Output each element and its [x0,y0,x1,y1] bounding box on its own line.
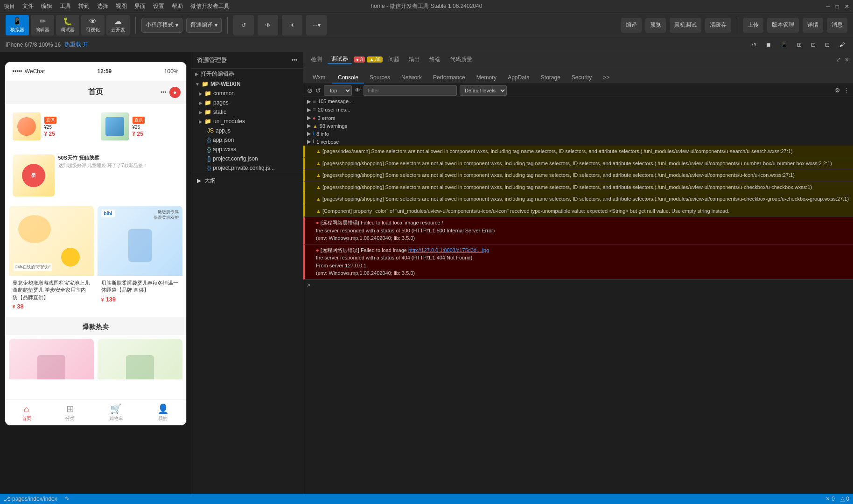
menu-item-devtools[interactable]: 微信开发者工具 [190,2,230,10]
hot-card-2[interactable]: 婴儿有机辅食系列 ¥ 89 [98,339,182,379]
top-product-1[interactable]: 直供 ¥25 ¥ 25 [9,106,94,147]
folder-pages[interactable]: ▶ 📁 pages [191,98,303,107]
eye-console-icon[interactable]: 👁 [355,87,361,94]
folder-uni-modules[interactable]: ▶ 📁 uni_modules [191,117,303,126]
tab-issues[interactable]: 问题 [385,56,403,63]
debugger-btn[interactable]: 🐛 调试器 [56,15,79,35]
screen-btn[interactable]: ⊡ [808,41,818,49]
menu-item-help[interactable]: 帮助 [172,2,183,10]
menu-item-select[interactable]: 选择 [97,2,108,10]
paint-btn[interactable]: 🖌 [836,41,847,49]
folder-static[interactable]: ▶ 📁 static [191,107,303,117]
bottom-nav-cart[interactable]: 🛒 购物车 [109,403,123,422]
close-btn[interactable]: ✕ [845,3,849,10]
editor-btn[interactable]: ✏ 编辑器 [31,15,54,35]
top-product-2[interactable]: 直供 ¥25 ¥ 25 [97,106,182,147]
subtab-network[interactable]: Network [396,72,427,84]
log-levels-select[interactable]: Default levels [460,85,507,96]
hot-card-1[interactable]: 宝宝护肤润肤乳 ¥ 68 [9,339,94,379]
block-icon[interactable]: ⊘ [307,87,313,94]
console-group-warnings[interactable]: ▶ ▲ 93 warnings [303,122,853,130]
console-group-info[interactable]: ▶ ℹ 8 info [303,130,853,138]
stop-btn[interactable]: ⏹ [763,41,774,49]
folder-common[interactable]: ▶ 📁 common [191,89,303,98]
phone-icon-btn[interactable]: 📱 [778,41,790,49]
version-btn[interactable]: 版本管理 [767,18,799,33]
open-editors-item[interactable]: ▶ 打开的编辑器 [191,69,303,79]
console-content[interactable]: ▶ ≡ 105 message... ▶ ≡ 20 user mes... ▶ … [303,97,853,504]
bottom-nav-home[interactable]: ⌂ 首页 [22,404,31,422]
status-edit-icon[interactable]: ✎ [65,496,70,502]
menu-item-goto[interactable]: 转到 [78,2,90,10]
console-group-verbose[interactable]: ▶ ℹ 1 verbose [303,138,853,146]
outline-section[interactable]: ▶ 大纲 [191,173,303,189]
phone-content[interactable]: 直供 ¥25 ¥ 25 直供 ¥25 ¥ 25 [5,104,186,379]
console-group-errors[interactable]: ▶ ● 3 errors [303,114,853,122]
more-console-icon[interactable]: ⋮ [843,87,849,94]
tab-code-quality[interactable]: 代码质量 [446,56,476,63]
refresh-btn[interactable]: ↺ [233,15,254,35]
file-project-private[interactable]: {} project.private.config.js... [191,163,303,173]
file-app-json[interactable]: {} app.json [191,135,303,145]
subtab-more[interactable]: >> [597,72,615,84]
subtab-console[interactable]: Console [332,72,364,84]
nav-dots-icon[interactable]: ••• [161,89,167,96]
console-group-105[interactable]: ▶ ≡ 105 message... [303,97,853,105]
product-card-1[interactable]: 24h在线的"守护力" 曼龙企鹅墩墩游戏围栏宝宝地上儿童爬爬垫婴儿 学步安全家用… [9,206,94,314]
context-select[interactable]: top [324,85,352,96]
maximize-btn[interactable]: □ [836,3,839,10]
menu-item-view[interactable]: 视图 [116,2,127,10]
mode-dropdown[interactable]: 小程序模式 ▾ [141,18,182,33]
subtab-security[interactable]: Security [566,72,597,84]
compile-dropdown[interactable]: 普通编译 ▾ [186,18,222,33]
menu-item-interface[interactable]: 界面 [134,2,146,10]
subtab-memory[interactable]: Memory [471,72,502,84]
console-filter-input[interactable] [364,85,457,96]
expand-icon[interactable]: ⤢ [836,56,841,63]
settings-icon[interactable]: ⚙ [835,87,840,94]
layout-btn[interactable]: ⊞ [794,41,804,49]
close-devtools-icon[interactable]: ✕ [845,56,849,63]
tab-debugger[interactable]: 调试器 [328,55,352,64]
bottom-nav-category[interactable]: ⊞ 分类 [65,403,75,422]
subtab-storage[interactable]: Storage [535,72,566,84]
root-folder-item[interactable]: ▼ 📁 MP-WEIXIN [191,79,303,89]
file-app-wxss[interactable]: {} app.wxss [191,145,303,154]
error-link[interactable]: http://127.0.0.1:8003/c175d3d....jpg [408,247,489,253]
grid-btn[interactable]: ⊟ [822,41,832,49]
preview-btn[interactable]: 预览 [645,18,666,33]
subtab-wxml[interactable]: Wxml [307,72,332,84]
reload-icon[interactable]: ↺ [315,87,321,94]
nav-search-icon[interactable]: ● [169,87,181,98]
refresh-sim-btn[interactable]: ↺ [749,41,759,49]
tab-terminal[interactable]: 终端 [426,56,444,63]
more-files-icon[interactable]: ••• [291,57,297,63]
menu-item-project[interactable]: 项目 [4,2,15,10]
subtab-performance[interactable]: Performance [427,72,471,84]
simulator-btn[interactable]: 📱 模拟器 [6,15,29,35]
light-btn[interactable]: ☀ [282,15,302,35]
more-btn[interactable]: ⋯▾ [306,15,327,35]
menu-item-tools[interactable]: 工具 [60,2,71,10]
eye-btn[interactable]: 👁 [258,15,278,35]
menu-item-file[interactable]: 文件 [22,2,34,10]
subtab-sources[interactable]: Sources [364,72,396,84]
product-card-2[interactable]: bibi 嫩敏肌专属保湿柔润双护 贝肽斯肽柔睡袋婴儿春秋冬恒温一体睡袋【品牌 直… [98,206,182,314]
subtab-appdata[interactable]: AppData [502,72,535,84]
tab-output[interactable]: 输出 [405,56,424,63]
hot-reload[interactable]: 热重载 开 [64,41,88,49]
visible-btn[interactable]: 👁 可视化 [81,15,105,35]
console-group-20[interactable]: ▶ ≡ 20 user mes... [303,105,853,114]
real-machine-btn[interactable]: 真机调试 [670,18,701,33]
upload-btn[interactable]: 上传 [743,18,763,33]
menu-item-settings[interactable]: 设置 [153,2,164,10]
compile-btn[interactable]: 编译 [621,18,642,33]
bottom-nav-profile[interactable]: 👤 我的 [157,403,169,422]
clear-cache-btn[interactable]: 清缓存 [705,18,731,33]
detail-btn[interactable]: 详情 [803,18,823,33]
minimize-btn[interactable]: ─ [826,3,830,10]
tab-inspection[interactable]: 检测 [307,56,326,63]
console-input[interactable] [312,282,849,288]
file-app-js[interactable]: JS app.js [191,126,303,135]
menu-item-edit[interactable]: 编辑 [41,2,52,10]
